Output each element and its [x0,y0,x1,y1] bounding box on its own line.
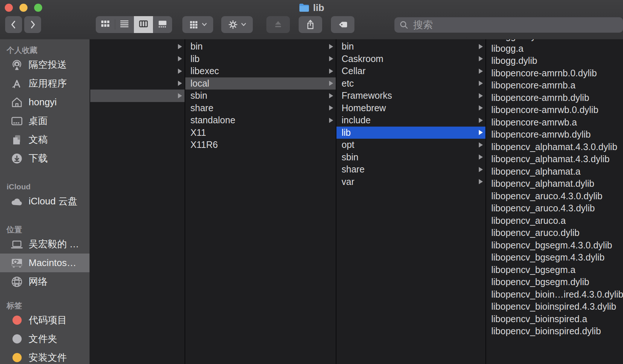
file-row[interactable]: libexec [185,65,336,77]
file-name: libopencv_bioinspired.dylib [491,326,623,336]
file-row[interactable]: libopencv_aruco.a [486,215,623,227]
file-row[interactable]: libopencv_bgsegm.a [486,264,623,276]
file-row[interactable] [90,40,185,53]
file-name: libopencore-amrnb.a [491,80,623,91]
sidebar-item[interactable]: 吴宏毅的 … [0,235,90,254]
file-row[interactable]: libopencv_bioinspired.a [486,313,623,325]
sidebar-item-label: 文稿 [29,133,48,146]
file-row[interactable]: libopencv_bioinspired.4.3.dylib [486,301,623,313]
file-row[interactable]: bin [185,40,336,53]
view-segment-gallery-view[interactable] [153,16,172,33]
file-row[interactable]: opt [336,139,485,151]
sidebar-item[interactable]: iCloud 云盘 [0,192,90,211]
file-name: bin [342,41,479,52]
tag-button[interactable] [331,16,354,33]
disclosure-arrow-icon [479,105,483,110]
file-row[interactable]: Frameworks [336,90,485,102]
disclosure-arrow-icon [479,167,483,172]
file-row[interactable]: libopencv_bioinspired.dylib [486,325,623,338]
file-row[interactable]: etc [336,77,485,90]
file-row[interactable]: libopencv_alphamat.a [486,165,623,178]
file-row[interactable] [90,53,185,65]
chevron-down-icon [241,22,247,27]
action-button[interactable] [221,16,253,33]
file-row[interactable]: libopencv_alphamat.4.3.0.dylib [486,141,623,153]
file-row[interactable]: libopencv_alphamat.4.3.dylib [486,153,623,165]
sidebar-item-label: 文件夹 [29,332,57,345]
sidebar-item[interactable]: 应用程序 [0,74,90,93]
view-segment-icon-view[interactable] [96,16,115,33]
file-row[interactable] [90,65,185,77]
file-row[interactable]: libopencv_bgsegm.4.3.dylib [486,251,623,264]
disclosure-arrow-icon [479,56,483,61]
sidebar-item[interactable]: 隔空投送 [0,55,90,74]
forward-icon [28,20,37,29]
file-row[interactable]: sbin [185,90,336,102]
sidebar-item[interactable]: 代码项目 [0,311,90,330]
sidebar-item[interactable]: hongyi [0,93,90,112]
view-segment-column-view[interactable] [134,16,153,33]
column-3: binCaskroomCellaretcFrameworksHomebrewin… [336,40,485,364]
file-row[interactable]: Caskroom [336,53,485,65]
file-row[interactable]: include [336,114,485,127]
group-by-button[interactable] [182,16,213,33]
file-row[interactable]: libogg.dylib [486,55,623,67]
sidebar-item[interactable]: 下载 [0,149,90,168]
sidebar-item-label: 网络 [29,275,48,288]
sidebar-item-label: 应用程序 [29,77,67,90]
file-row[interactable]: Homebrew [336,102,485,114]
share-button[interactable] [299,16,322,33]
file-row[interactable]: lib [336,127,485,139]
search-input[interactable] [412,19,623,31]
forward-button[interactable] [24,16,41,33]
column-4: libogg.0.dyliblibogg.alibogg.dyliblibope… [486,39,623,364]
sidebar-item[interactable]: Macintos… [0,254,90,272]
file-row[interactable]: libopencore-amrwb.a [486,116,623,129]
file-row[interactable]: libopencv_bgsegm.dylib [486,276,623,288]
chevron-down-icon [201,22,207,27]
laptop-icon [9,239,25,250]
file-row[interactable]: libopencv_bioin…ired.4.3.0.dylib [486,288,623,301]
file-row[interactable]: X11 [185,127,336,139]
file-row[interactable] [90,90,185,102]
disclosure-arrow-icon [178,44,182,49]
file-row[interactable]: libogg.0.dylib [486,39,623,43]
disclosure-arrow-icon [479,69,483,74]
file-row[interactable]: standalone [185,114,336,127]
file-name: etc [342,78,479,89]
file-row[interactable]: libopencore-amrnb.dylib [486,92,623,104]
eject-button[interactable] [266,16,290,33]
file-row[interactable]: libopencv_aruco.4.3.dylib [486,202,623,215]
view-segment-list-view[interactable] [115,16,134,33]
file-row[interactable]: local [185,77,336,90]
file-row[interactable]: libopencore-amrwb.dylib [486,128,623,141]
sidebar-item[interactable]: 网络 [0,272,90,291]
back-button[interactable] [5,16,22,33]
file-row[interactable] [90,77,185,90]
file-row[interactable]: Cellar [336,65,485,77]
sidebar-item[interactable]: 桌面 [0,112,90,130]
file-name: var [342,176,479,187]
file-row[interactable]: libopencv_aruco.4.3.0.dylib [486,190,623,203]
window-title: lib [313,2,324,14]
file-row[interactable]: libopencv_aruco.dylib [486,227,623,239]
file-row[interactable]: libopencv_bgsegm.4.3.0.dylib [486,239,623,252]
sidebar-item[interactable]: 安装文件 [0,348,90,364]
file-row[interactable]: libopencore-amrwb.0.dylib [486,104,623,116]
file-row[interactable]: libogg.a [486,43,623,55]
file-row[interactable]: libopencv_alphamat.dylib [486,178,623,190]
file-row[interactable]: var [336,176,485,188]
file-row[interactable]: X11R6 [185,139,336,151]
file-row[interactable]: share [185,102,336,114]
disclosure-arrow-icon [479,154,483,160]
file-name: sbin [190,90,329,101]
sidebar-item[interactable]: 文稿 [0,130,90,149]
file-row[interactable]: share [336,163,485,176]
file-row[interactable]: libopencore-amrnb.a [486,79,623,92]
file-row[interactable]: lib [185,53,336,65]
home-icon [9,97,25,108]
file-row[interactable]: libopencore-amrnb.0.dylib [486,67,623,80]
sidebar-item[interactable]: 文件夹 [0,330,90,348]
file-row[interactable]: bin [336,40,485,53]
file-row[interactable]: sbin [336,151,485,164]
